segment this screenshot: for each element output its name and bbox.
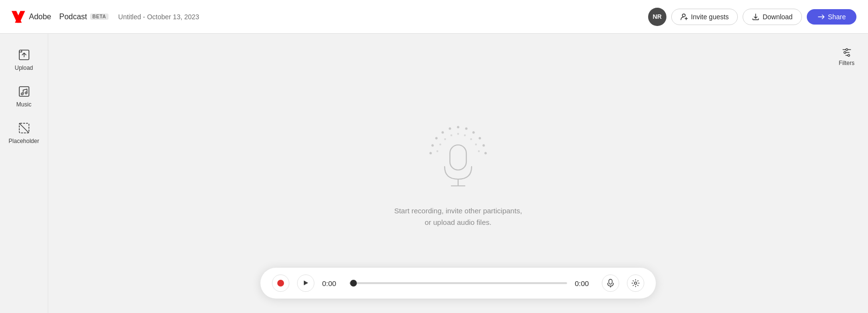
- settings-button[interactable]: [627, 274, 644, 292]
- doc-title: Untitled - October 13, 2023: [118, 13, 199, 21]
- upload-label: Upload: [14, 65, 33, 71]
- svg-point-25: [457, 133, 459, 135]
- download-button[interactable]: Download: [743, 9, 801, 25]
- music-icon: [17, 85, 31, 98]
- svg-point-17: [478, 137, 481, 140]
- filters-icon: [841, 47, 852, 58]
- invite-guests-button[interactable]: Invite guests: [671, 9, 738, 25]
- svg-point-18: [482, 144, 485, 147]
- svg-line-10: [19, 123, 29, 133]
- filters-button[interactable]: Filters: [835, 43, 858, 70]
- share-icon: [817, 13, 825, 21]
- record-button[interactable]: [272, 274, 289, 292]
- svg-point-12: [844, 52, 846, 53]
- app-label: Podcast: [59, 13, 87, 21]
- sidebar-item-upload[interactable]: Upload: [5, 43, 43, 76]
- progress-bar[interactable]: [349, 282, 567, 284]
- mic-illustration: [415, 118, 502, 196]
- settings-icon: [631, 279, 640, 287]
- svg-point-11: [846, 49, 848, 51]
- sidebar-item-music[interactable]: Music: [5, 80, 43, 113]
- placeholder-icon: [17, 121, 31, 135]
- empty-state: Start recording, invite other participan…: [394, 118, 522, 228]
- svg-point-19: [484, 152, 487, 155]
- svg-point-39: [635, 282, 637, 285]
- svg-point-29: [478, 150, 480, 152]
- beta-badge: BETA: [90, 13, 108, 20]
- svg-point-15: [465, 128, 467, 130]
- svg-point-33: [436, 150, 438, 152]
- time-start: 0:00: [322, 279, 341, 287]
- invite-label: Invite guests: [691, 13, 729, 21]
- svg-rect-37: [609, 279, 612, 284]
- microphone-icon: [607, 279, 614, 287]
- svg-point-23: [431, 144, 434, 147]
- app-name: Adobe Podcast BETA: [29, 13, 108, 21]
- sidebar-item-placeholder[interactable]: Placeholder: [5, 117, 43, 149]
- logo-area: Adobe Podcast BETA: [12, 10, 108, 24]
- empty-line2: or upload audio files.: [394, 217, 522, 228]
- svg-rect-6: [19, 87, 29, 96]
- svg-point-13: [848, 54, 850, 56]
- adobe-logo-icon: [12, 10, 25, 24]
- play-icon: [303, 280, 309, 287]
- svg-point-16: [472, 131, 475, 134]
- upload-icon: [17, 48, 31, 62]
- app-header: Adobe Podcast BETA Untitled - October 13…: [0, 0, 868, 34]
- svg-point-27: [470, 138, 472, 140]
- microphone-button[interactable]: [602, 274, 619, 292]
- svg-rect-34: [450, 145, 466, 170]
- svg-point-8: [25, 92, 27, 94]
- svg-point-7: [21, 93, 23, 95]
- empty-line1: Start recording, invite other participan…: [394, 205, 522, 217]
- filters-label: Filters: [839, 60, 854, 66]
- svg-point-32: [439, 143, 441, 145]
- share-label: Share: [828, 13, 846, 21]
- svg-point-0: [682, 14, 685, 17]
- progress-thumb: [350, 280, 357, 287]
- share-button[interactable]: Share: [807, 9, 856, 25]
- svg-point-24: [429, 152, 432, 155]
- svg-point-28: [475, 143, 477, 145]
- brand-label: Adobe: [29, 13, 51, 21]
- person-add-icon: [680, 13, 688, 21]
- sidebar: Upload Music Placeholder: [0, 34, 48, 313]
- playbar: 0:00 0:00: [260, 268, 656, 299]
- avatar-button[interactable]: NR: [648, 8, 666, 26]
- main-area: Upload Music Placeholder: [0, 34, 868, 313]
- svg-point-14: [457, 126, 459, 129]
- svg-point-22: [435, 137, 437, 140]
- svg-point-26: [464, 134, 466, 136]
- svg-point-30: [450, 134, 452, 136]
- mic-illustration-svg: [415, 118, 502, 196]
- download-label: Download: [762, 13, 792, 21]
- svg-point-21: [441, 131, 444, 134]
- content-area: Filters: [48, 34, 868, 313]
- download-icon: [752, 13, 760, 21]
- svg-point-20: [448, 128, 451, 130]
- empty-text: Start recording, invite other participan…: [394, 205, 522, 228]
- music-label: Music: [16, 101, 31, 108]
- svg-point-31: [444, 138, 446, 140]
- header-actions: NR Invite guests Download Share: [648, 8, 856, 26]
- record-dot-icon: [277, 280, 284, 287]
- placeholder-label: Placeholder: [9, 138, 39, 144]
- playbar-wrapper: 0:00 0:00: [260, 268, 656, 299]
- time-end: 0:00: [575, 279, 594, 287]
- play-button[interactable]: [297, 274, 314, 292]
